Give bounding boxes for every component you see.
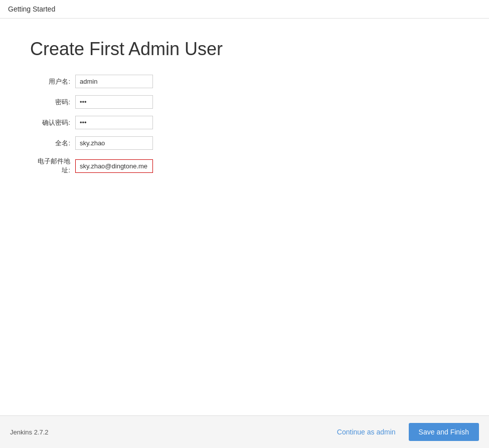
continue-as-admin-button[interactable]: Continue as admin (332, 425, 401, 439)
username-group: 用户名: (30, 75, 459, 88)
version-label: Jenkins 2.7.2 (10, 428, 49, 436)
email-input[interactable] (75, 159, 153, 173)
main-content: Create First Admin User 用户名: 密码: 确认密码: 全… (0, 19, 489, 415)
footer: Jenkins 2.7.2 Continue as admin Save and… (0, 415, 489, 448)
confirm-password-label: 确认密码: (30, 118, 75, 127)
fullname-input[interactable] (75, 136, 153, 150)
email-group: 电子邮件地址: (30, 157, 459, 175)
email-label: 电子邮件地址: (30, 157, 75, 175)
header-title: Getting Started (8, 5, 55, 13)
username-input[interactable] (75, 75, 153, 88)
page-title: Create First Admin User (30, 39, 459, 60)
page-header: Getting Started (0, 0, 489, 19)
password-label: 密码: (30, 98, 75, 107)
password-input[interactable] (75, 95, 153, 109)
save-and-finish-button[interactable]: Save and Finish (409, 423, 479, 441)
username-label: 用户名: (30, 77, 75, 86)
fullname-group: 全名: (30, 136, 459, 150)
password-group: 密码: (30, 95, 459, 109)
confirm-password-group: 确认密码: (30, 116, 459, 129)
fullname-label: 全名: (30, 139, 75, 148)
confirm-password-input[interactable] (75, 116, 153, 129)
